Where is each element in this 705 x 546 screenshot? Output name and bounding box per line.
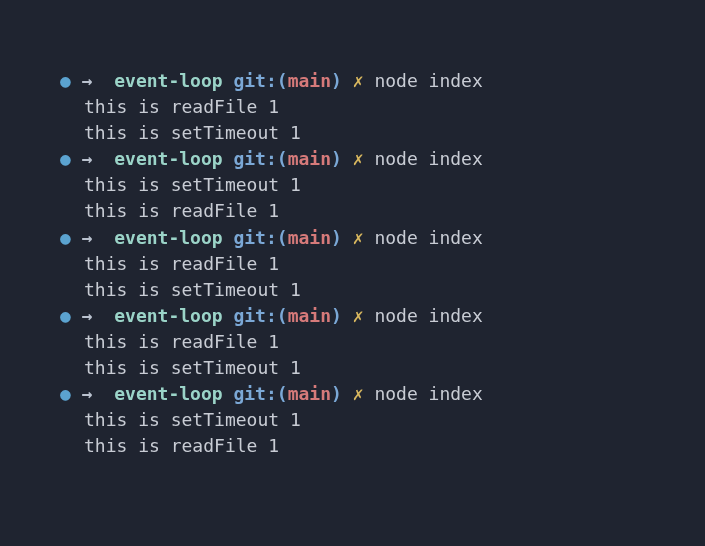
git-branch: main xyxy=(288,227,331,248)
terminal-output: ● → event-loop git:(main) ✗ node indexth… xyxy=(60,68,655,459)
git-paren-close: ) xyxy=(331,305,342,326)
output-line: this is setTimeout 1 xyxy=(60,172,655,198)
bullet-icon: ● xyxy=(60,225,71,251)
git-prefix: git xyxy=(233,383,266,404)
directory-name: event-loop xyxy=(114,70,222,91)
git-paren-close: ) xyxy=(331,148,342,169)
git-paren-close: ) xyxy=(331,70,342,91)
bullet-icon: ● xyxy=(60,68,71,94)
dirty-icon: ✗ xyxy=(353,148,364,169)
prompt-line[interactable]: ● → event-loop git:(main) ✗ node index xyxy=(60,225,655,251)
git-branch: main xyxy=(288,383,331,404)
output-line: this is setTimeout 1 xyxy=(60,355,655,381)
directory-name: event-loop xyxy=(114,305,222,326)
bullet-icon: ● xyxy=(60,303,71,329)
directory-name: event-loop xyxy=(114,148,222,169)
dirty-icon: ✗ xyxy=(353,227,364,248)
output-line: this is readFile 1 xyxy=(60,329,655,355)
git-colon: : xyxy=(266,227,277,248)
git-prefix: git xyxy=(233,148,266,169)
output-line: this is readFile 1 xyxy=(60,433,655,459)
prompt-line[interactable]: ● → event-loop git:(main) ✗ node index xyxy=(60,303,655,329)
prompt-line[interactable]: ● → event-loop git:(main) ✗ node index xyxy=(60,381,655,407)
git-colon: : xyxy=(266,383,277,404)
output-line: this is readFile 1 xyxy=(60,94,655,120)
arrow-icon: → xyxy=(82,70,93,91)
command-text: node index xyxy=(374,70,482,91)
dirty-icon: ✗ xyxy=(353,70,364,91)
output-line: this is readFile 1 xyxy=(60,251,655,277)
git-prefix: git xyxy=(233,227,266,248)
prompt-line[interactable]: ● → event-loop git:(main) ✗ node index xyxy=(60,68,655,94)
git-paren-open: ( xyxy=(277,383,288,404)
git-colon: : xyxy=(266,148,277,169)
prompt-line[interactable]: ● → event-loop git:(main) ✗ node index xyxy=(60,146,655,172)
command-text: node index xyxy=(374,227,482,248)
command-text: node index xyxy=(374,305,482,326)
command-text: node index xyxy=(374,383,482,404)
bullet-icon: ● xyxy=(60,381,71,407)
dirty-icon: ✗ xyxy=(353,305,364,326)
command-text: node index xyxy=(374,148,482,169)
output-line: this is setTimeout 1 xyxy=(60,407,655,433)
git-paren-close: ) xyxy=(331,227,342,248)
arrow-icon: → xyxy=(82,383,93,404)
dirty-icon: ✗ xyxy=(353,383,364,404)
arrow-icon: → xyxy=(82,148,93,169)
git-paren-open: ( xyxy=(277,305,288,326)
git-paren-open: ( xyxy=(277,227,288,248)
arrow-icon: → xyxy=(82,227,93,248)
git-prefix: git xyxy=(233,305,266,326)
directory-name: event-loop xyxy=(114,383,222,404)
bullet-icon: ● xyxy=(60,146,71,172)
output-line: this is readFile 1 xyxy=(60,198,655,224)
git-paren-open: ( xyxy=(277,70,288,91)
git-paren-close: ) xyxy=(331,383,342,404)
git-colon: : xyxy=(266,305,277,326)
arrow-icon: → xyxy=(82,305,93,326)
git-branch: main xyxy=(288,70,331,91)
directory-name: event-loop xyxy=(114,227,222,248)
git-colon: : xyxy=(266,70,277,91)
git-branch: main xyxy=(288,148,331,169)
git-paren-open: ( xyxy=(277,148,288,169)
output-line: this is setTimeout 1 xyxy=(60,277,655,303)
output-line: this is setTimeout 1 xyxy=(60,120,655,146)
git-branch: main xyxy=(288,305,331,326)
git-prefix: git xyxy=(233,70,266,91)
